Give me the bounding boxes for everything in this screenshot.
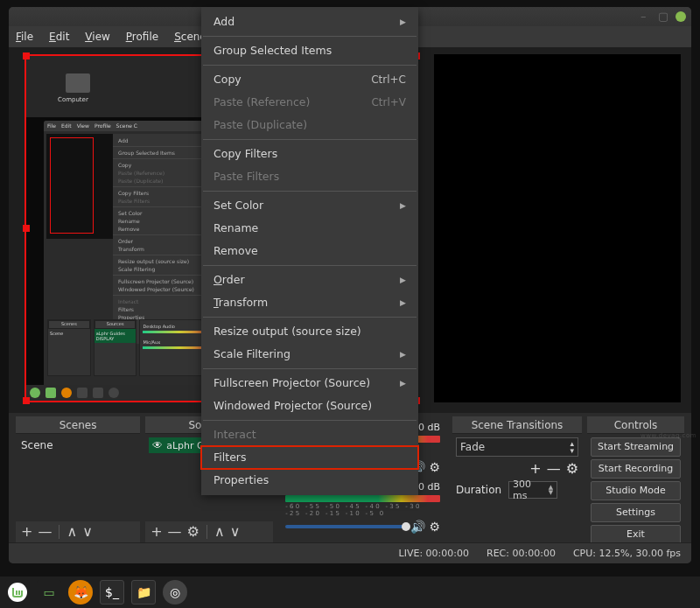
ctx-group-selected-items[interactable]: Group Selected Items bbox=[201, 39, 418, 62]
start-streaming-button[interactable]: Start Streaming bbox=[591, 437, 681, 457]
duration-label: Duration bbox=[456, 484, 501, 496]
transition-settings-button[interactable]: ⚙ bbox=[566, 462, 578, 476]
spinner-arrows-icon[interactable]: ▲▼ bbox=[549, 485, 553, 495]
vu-meter bbox=[285, 495, 440, 502]
chevron-right-icon: ▶ bbox=[400, 199, 406, 213]
chevron-right-icon: ▶ bbox=[400, 376, 406, 390]
resize-handle-tl[interactable] bbox=[23, 52, 30, 59]
source-down-button[interactable]: ∨ bbox=[230, 525, 241, 539]
duration-value: 300 ms bbox=[513, 479, 549, 501]
ctx-transform[interactable]: Transform▶ bbox=[201, 291, 418, 314]
transitions-panel: Scene Transitions Fade ▴▾ + — ⚙ Duration bbox=[452, 416, 582, 542]
preview-empty-region bbox=[434, 54, 681, 402]
scene-add-button[interactable]: + bbox=[21, 525, 32, 539]
menu-file[interactable]: File bbox=[16, 31, 33, 43]
ctx-scale-filtering[interactable]: Scale Filtering▶ bbox=[201, 343, 418, 366]
eye-icon[interactable]: 👁 bbox=[152, 439, 163, 451]
exit-button[interactable]: Exit bbox=[591, 525, 681, 544]
transition-selected: Fade bbox=[460, 441, 485, 453]
scenes-list[interactable]: Scene bbox=[16, 434, 140, 521]
status-rec: REC: 00:00:00 bbox=[486, 548, 556, 559]
maximize-button[interactable]: ▢ bbox=[658, 12, 667, 21]
ctx-copy[interactable]: CopyCtrl+C bbox=[201, 68, 418, 91]
ctx-resize-output-source-size-[interactable]: Resize output (source size) bbox=[201, 320, 418, 343]
taskbar-terminal-icon[interactable]: $_ bbox=[100, 580, 124, 605]
chevron-right-icon: ▶ bbox=[400, 296, 406, 310]
ctx-add[interactable]: Add▶ bbox=[201, 10, 418, 33]
ctx-filters[interactable]: Filters bbox=[201, 446, 418, 469]
slider-knob[interactable] bbox=[402, 522, 410, 531]
scene-up-button[interactable]: ∧ bbox=[66, 525, 77, 539]
scene-item[interactable]: Scene bbox=[19, 437, 136, 453]
ctx-order[interactable]: Order▶ bbox=[201, 269, 418, 291]
sources-footer: + — ⚙ ∧ ∨ bbox=[145, 521, 273, 542]
statusbar: LIVE: 00:00:00 REC: 00:00:00 CPU: 12.5%,… bbox=[9, 542, 691, 563]
taskbar-obs-icon[interactable]: ◎ bbox=[163, 580, 187, 605]
menu-view[interactable]: View bbox=[85, 31, 109, 43]
mint-menu-icon[interactable] bbox=[5, 580, 30, 605]
chevron-right-icon: ▶ bbox=[400, 15, 406, 29]
ctx-windowed-projector-source-[interactable]: Windowed Projector (Source) bbox=[201, 395, 418, 417]
resize-handle-ml[interactable] bbox=[23, 225, 30, 232]
window-buttons: – ▢ bbox=[640, 11, 686, 22]
controls-header: Controls bbox=[587, 416, 684, 434]
taskbar-firefox-icon[interactable]: 🦊 bbox=[68, 580, 93, 605]
chevron-right-icon: ▶ bbox=[400, 347, 406, 361]
ctx-remove[interactable]: Remove bbox=[201, 240, 418, 262]
gear-icon[interactable]: ⚙ bbox=[429, 520, 440, 534]
ctx-properties[interactable]: Properties bbox=[201, 469, 418, 492]
menu-edit[interactable]: Edit bbox=[49, 31, 69, 43]
volume-slider[interactable] bbox=[285, 525, 407, 528]
ctx-paste-reference-: Paste (Reference)Ctrl+V bbox=[201, 91, 418, 114]
vu-ticks: -60 -55 -50 -45 -40 -35 -30 -25 -20 -15 … bbox=[285, 503, 440, 517]
ctx-copy-filters[interactable]: Copy Filters bbox=[201, 143, 418, 165]
start-recording-button[interactable]: Start Recording bbox=[591, 459, 681, 479]
taskbar-files-icon[interactable]: ▭ bbox=[37, 580, 61, 605]
taskbar-filemanager-icon[interactable]: 📁 bbox=[131, 580, 156, 605]
scenes-panel: Scenes Scene + — ∧ ∨ bbox=[16, 416, 140, 542]
gear-icon[interactable]: ⚙ bbox=[429, 460, 440, 474]
ctx-interact: Interact bbox=[201, 423, 418, 446]
select-arrows-icon: ▴▾ bbox=[570, 440, 574, 454]
watermark: www.devaq.com bbox=[640, 432, 696, 439]
scene-down-button[interactable]: ∨ bbox=[82, 525, 93, 539]
status-cpu: CPU: 12.5%, 30.00 fps bbox=[573, 548, 681, 559]
ctx-fullscreen-projector-source-[interactable]: Fullscreen Projector (Source)▶ bbox=[201, 372, 418, 395]
transition-remove-button[interactable]: — bbox=[547, 462, 561, 476]
context-menu[interactable]: Add▶Group Selected ItemsCopyCtrl+CPaste … bbox=[201, 7, 418, 495]
duration-spinner[interactable]: 300 ms ▲▼ bbox=[508, 481, 557, 499]
scenes-header: Scenes bbox=[16, 416, 140, 434]
ctx-paste-duplicate-: Paste (Duplicate) bbox=[201, 114, 418, 136]
minimize-button[interactable]: – bbox=[640, 12, 649, 21]
settings-button[interactable]: Settings bbox=[591, 503, 681, 522]
menu-profile[interactable]: Profile bbox=[126, 31, 158, 43]
ctx-paste-filters: Paste Filters bbox=[201, 165, 418, 188]
transitions-header: Scene Transitions bbox=[452, 416, 582, 434]
ctx-rename[interactable]: Rename bbox=[201, 217, 418, 240]
system-taskbar: ▭ 🦊 $_ 📁 ◎ bbox=[0, 577, 700, 608]
scene-remove-button[interactable]: — bbox=[38, 525, 52, 539]
status-live: LIVE: 00:00:00 bbox=[399, 548, 469, 559]
source-up-button[interactable]: ∧ bbox=[214, 525, 225, 539]
source-add-button[interactable]: + bbox=[150, 525, 162, 539]
close-button[interactable] bbox=[676, 11, 686, 22]
resize-handle-bl[interactable] bbox=[23, 397, 30, 404]
speaker-icon[interactable]: 🔊 bbox=[410, 520, 425, 534]
source-remove-button[interactable]: — bbox=[168, 525, 182, 539]
studio-mode-button[interactable]: Studio Mode bbox=[591, 481, 681, 500]
scenes-footer: + — ∧ ∨ bbox=[16, 521, 140, 542]
ctx-set-color[interactable]: Set Color▶ bbox=[201, 194, 418, 217]
source-settings-button[interactable]: ⚙ bbox=[187, 525, 200, 539]
chevron-right-icon: ▶ bbox=[400, 273, 406, 287]
transition-select[interactable]: Fade ▴▾ bbox=[456, 437, 578, 457]
transition-add-button[interactable]: + bbox=[529, 462, 541, 476]
